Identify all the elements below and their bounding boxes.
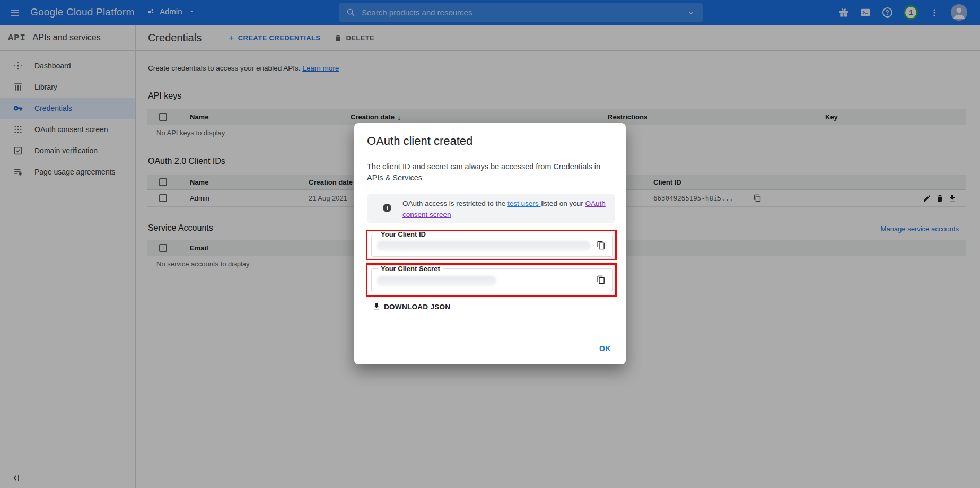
client-secret-label: Your Client Secret xyxy=(378,265,443,273)
info-banner: i OAuth access is restricted to the test… xyxy=(367,194,615,223)
dialog-body-text: The client ID and secret can always be a… xyxy=(367,161,607,184)
client-id-redacted-value xyxy=(377,241,591,251)
download-json-button[interactable]: DOWNLOAD JSON xyxy=(372,302,450,311)
info-banner-text: OAuth access is restricted to the test u… xyxy=(402,194,614,220)
client-id-label: Your Client ID xyxy=(378,230,428,238)
ok-button[interactable]: OK xyxy=(599,344,611,353)
info-icon: i xyxy=(383,204,391,212)
client-secret-redacted-value xyxy=(377,276,496,286)
client-id-field: Your Client ID xyxy=(371,234,613,257)
client-secret-field: Your Client Secret xyxy=(371,268,613,292)
download-icon xyxy=(372,302,381,311)
dialog-title: OAuth client created xyxy=(367,134,472,148)
oauth-client-created-dialog: OAuth client created The client ID and s… xyxy=(354,123,626,364)
copy-icon[interactable] xyxy=(597,275,606,284)
test-users-link[interactable]: test users xyxy=(508,199,540,207)
copy-icon[interactable] xyxy=(597,241,606,250)
